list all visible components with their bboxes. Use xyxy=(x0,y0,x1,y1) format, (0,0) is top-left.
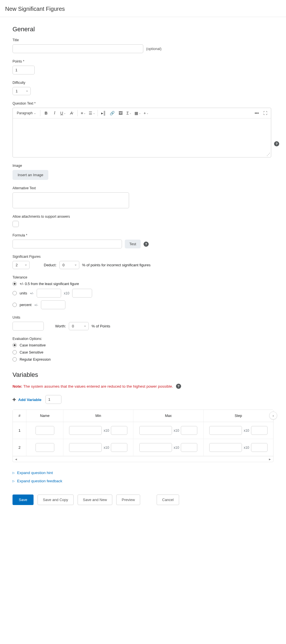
rte-textarea[interactable]: ⋰ xyxy=(13,119,271,157)
more-icon[interactable]: ••• xyxy=(253,109,261,117)
tolerance-units-input[interactable] xyxy=(37,289,61,298)
var-min-input[interactable] xyxy=(69,443,102,452)
general-heading: General xyxy=(13,26,273,33)
equation-icon[interactable]: Σ⌄ xyxy=(125,109,133,117)
help-icon[interactable]: ? xyxy=(274,141,279,146)
difficulty-select[interactable]: 1 xyxy=(13,87,31,95)
units-label: Units xyxy=(13,315,273,319)
var-step-pow-input[interactable] xyxy=(251,443,268,452)
tolerance-radio-units[interactable] xyxy=(13,291,17,295)
alt-text-label: Alternative Text xyxy=(13,186,273,190)
var-step-pow-input[interactable] xyxy=(251,426,268,435)
deduct-select[interactable]: 0 xyxy=(59,261,79,269)
alt-text-input[interactable] xyxy=(13,192,129,208)
save-button[interactable]: Save xyxy=(13,495,34,505)
title-label: Title xyxy=(13,38,273,42)
page-title: New Significant Figures xyxy=(5,6,281,12)
variables-heading: Variables xyxy=(13,371,273,379)
allow-attach-checkbox[interactable] xyxy=(13,221,19,227)
formula-label: Formula xyxy=(13,233,273,237)
col-min: Min xyxy=(63,410,133,422)
eval-label: Evaluation Options: xyxy=(13,337,273,341)
help-icon[interactable]: ? xyxy=(176,384,181,389)
tolerance-radio-percent[interactable] xyxy=(13,303,17,307)
eval-radio-sensitive[interactable] xyxy=(13,350,17,354)
scroll-left-icon[interactable]: ◂ xyxy=(14,457,18,461)
image-label: Image xyxy=(13,164,273,168)
tolerance-label: Tolerance xyxy=(13,275,273,279)
insert-image-button[interactable]: Insert an Image xyxy=(13,170,48,180)
plus-icon[interactable]: +⌄ xyxy=(142,109,150,117)
var-min-pow-input[interactable] xyxy=(111,443,127,452)
allow-attach-label: Allow attachments to support answers xyxy=(13,215,273,219)
var-max-pow-input[interactable] xyxy=(181,443,197,452)
image-icon[interactable]: 🖼 xyxy=(117,109,125,117)
col-step: Step xyxy=(204,410,273,422)
expand-feedback-link[interactable]: ▷Expand question feedback xyxy=(13,479,273,483)
units-input[interactable] xyxy=(13,322,44,331)
rich-text-editor: Paragraph⌄ B I U⌄ A⁄ ≡⌄ ☰⌄ ▸║ 🔗 🖼 xyxy=(13,108,271,157)
eval-radio-regex[interactable] xyxy=(13,357,17,362)
add-variable-link[interactable]: ✚Add Variable xyxy=(13,397,42,402)
points-label: Points xyxy=(13,59,273,63)
var-max-input[interactable] xyxy=(139,426,172,435)
var-min-pow-input[interactable] xyxy=(111,426,127,435)
tolerance-units-power-input[interactable] xyxy=(72,289,92,298)
worth-select[interactable]: 0 xyxy=(69,322,89,330)
variables-table: › # Name Min Max Step 1 x10 x10 x10 2 x1… xyxy=(13,410,273,462)
tolerance-radio-sigfig[interactable] xyxy=(13,282,17,286)
variables-note: Note: The system assumes that the values… xyxy=(13,384,173,389)
title-input[interactable] xyxy=(13,44,143,53)
align-icon[interactable]: ≡⌄ xyxy=(79,109,87,117)
underline-icon[interactable]: U⌄ xyxy=(59,109,67,117)
horizontal-scroll: ◂ ▸ xyxy=(13,456,273,462)
rte-toolbar: Paragraph⌄ B I U⌄ A⁄ ≡⌄ ☰⌄ ▸║ 🔗 🖼 xyxy=(13,108,271,119)
italic-icon[interactable]: I xyxy=(51,109,59,117)
font-color-icon[interactable]: A⁄ xyxy=(68,109,76,117)
tolerance-percent-input[interactable] xyxy=(41,300,65,309)
table-icon[interactable]: ▦⌄ xyxy=(134,109,142,117)
variable-count-input[interactable] xyxy=(45,395,61,404)
insert-stuff-icon[interactable]: ▸║ xyxy=(100,109,107,117)
optional-text: (optional) xyxy=(146,47,161,51)
var-min-input[interactable] xyxy=(69,426,102,435)
difficulty-label: Difficulty xyxy=(13,81,273,85)
table-row: 1 x10 x10 x10 xyxy=(13,422,273,439)
col-max: Max xyxy=(133,410,203,422)
var-step-input[interactable] xyxy=(209,426,242,435)
var-name-input[interactable] xyxy=(36,443,54,452)
rte-format-select[interactable]: Paragraph⌄ xyxy=(14,111,38,116)
eval-radio-insensitive[interactable] xyxy=(13,343,17,347)
resize-handle-icon[interactable]: ⋰ xyxy=(267,152,270,156)
var-max-input[interactable] xyxy=(139,443,172,452)
link-icon[interactable]: 🔗 xyxy=(108,109,116,117)
points-input[interactable] xyxy=(13,66,35,74)
var-name-input[interactable] xyxy=(36,426,54,435)
worth-label: Worth: xyxy=(55,324,66,328)
fullscreen-icon[interactable]: ⛶ xyxy=(261,109,269,117)
sigfig-select[interactable]: 2 xyxy=(13,261,30,269)
help-icon[interactable]: ? xyxy=(144,242,149,247)
scroll-right-icon[interactable]: ▸ xyxy=(268,457,272,461)
expand-hint-link[interactable]: ▷Expand question hint xyxy=(13,471,273,475)
scroll-right-button[interactable]: › xyxy=(269,412,277,419)
x10-label: x10 xyxy=(64,291,69,295)
worth-suffix: % of Points xyxy=(92,324,110,328)
var-step-input[interactable] xyxy=(209,443,242,452)
col-name: Name xyxy=(26,410,63,422)
question-text-label: Question Text xyxy=(13,101,273,105)
save-new-button[interactable]: Save and New xyxy=(78,495,113,505)
page-header: New Significant Figures xyxy=(0,0,286,17)
table-row: 2 x10 x10 x10 xyxy=(13,439,273,456)
formula-input[interactable] xyxy=(13,240,122,248)
list-icon[interactable]: ☰⌄ xyxy=(88,109,96,117)
cancel-button[interactable]: Cancel xyxy=(157,495,179,505)
deduct-suffix: % of points for incorrect significant fi… xyxy=(82,263,151,267)
deduct-label: Deduct: xyxy=(44,263,57,267)
col-num: # xyxy=(13,410,26,422)
var-max-pow-input[interactable] xyxy=(181,426,197,435)
bold-icon[interactable]: B xyxy=(42,109,50,117)
save-copy-button[interactable]: Save and Copy xyxy=(38,495,74,505)
test-button[interactable]: Test xyxy=(125,240,141,248)
preview-button[interactable]: Preview xyxy=(116,495,140,505)
